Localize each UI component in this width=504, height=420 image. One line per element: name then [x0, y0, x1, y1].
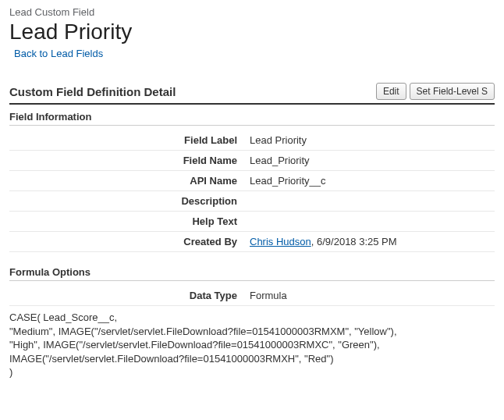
formula-options-table: Data Type Formula: [9, 286, 495, 306]
value-help-text: [243, 212, 495, 232]
formula-options-heading: Formula Options: [9, 266, 495, 281]
created-by-date: , 6/9/2018 3:25 PM: [311, 236, 397, 247]
field-info-table: Field Label Lead Priority Field Name Lea…: [9, 130, 495, 252]
row-field-label: Field Label Lead Priority: [9, 130, 495, 151]
label-description: Description: [9, 191, 243, 212]
section-title: Custom Field Definition Detail: [9, 85, 176, 98]
button-group: Edit Set Field-Level S: [376, 83, 495, 100]
value-field-name: Lead_Priority: [243, 151, 495, 171]
value-field-label: Lead Priority: [243, 130, 495, 151]
value-data-type: Formula: [243, 286, 495, 306]
value-created-by: Chris Hudson, 6/9/2018 3:25 PM: [243, 232, 495, 252]
row-field-name: Field Name Lead_Priority: [9, 151, 495, 171]
created-by-user-link[interactable]: Chris Hudson: [250, 236, 311, 247]
label-field-name: Field Name: [9, 151, 243, 171]
field-information-heading: Field Information: [9, 111, 495, 126]
set-field-level-security-button[interactable]: Set Field-Level S: [410, 83, 495, 100]
row-api-name: API Name Lead_Priority__c: [9, 171, 495, 191]
label-created-by: Created By: [9, 232, 243, 252]
formula-options-section: Formula Options Data Type Formula CASE( …: [9, 266, 495, 379]
label-field-label: Field Label: [9, 130, 243, 151]
page-title: Lead Priority: [9, 20, 495, 44]
value-api-name: Lead_Priority__c: [243, 171, 495, 191]
edit-button[interactable]: Edit: [376, 83, 406, 100]
section-header-row: Custom Field Definition Detail Edit Set …: [9, 83, 495, 105]
row-created-by: Created By Chris Hudson, 6/9/2018 3:25 P…: [9, 232, 495, 252]
row-description: Description: [9, 191, 495, 212]
row-help-text: Help Text: [9, 212, 495, 232]
label-help-text: Help Text: [9, 212, 243, 232]
breadcrumb: Lead Custom Field: [9, 6, 495, 18]
row-data-type: Data Type Formula: [9, 286, 495, 306]
label-data-type: Data Type: [9, 286, 243, 306]
back-to-lead-fields-link[interactable]: Back to Lead Fields: [14, 48, 103, 59]
value-description: [243, 191, 495, 212]
formula-body: CASE( Lead_Score__c, "Medium", IMAGE("/s…: [9, 311, 495, 379]
label-api-name: API Name: [9, 171, 243, 191]
